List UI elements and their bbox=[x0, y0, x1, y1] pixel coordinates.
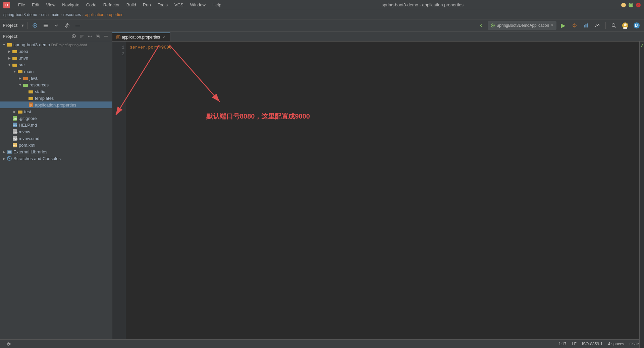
menu-view[interactable]: View bbox=[43, 2, 58, 8]
sidebar-sort-btn[interactable] bbox=[78, 33, 85, 40]
sidebar-minimize-btn[interactable] bbox=[103, 33, 109, 40]
breadcrumb-main[interactable]: main bbox=[51, 12, 59, 17]
collapse-all-btn[interactable] bbox=[52, 21, 61, 30]
tree-item-mvnwcmd[interactable]: mvnmvnw.cmd bbox=[0, 135, 112, 142]
tree-label-helpmd: HELP.md bbox=[19, 123, 37, 128]
menu-run[interactable]: Run bbox=[140, 2, 154, 8]
editor-content[interactable]: 1 2 server.port=9000 bbox=[112, 42, 644, 339]
project-dropdown-icon[interactable]: ▼ bbox=[21, 23, 24, 27]
svg-point-21 bbox=[624, 23, 627, 26]
cursor-position[interactable]: 1:17 bbox=[558, 342, 566, 346]
tree-arrow-scratches[interactable] bbox=[1, 156, 7, 161]
tree-item-src[interactable]: src bbox=[0, 61, 112, 68]
menu-vcs[interactable]: VCS bbox=[172, 2, 186, 8]
menu-edit[interactable]: Edit bbox=[29, 2, 42, 8]
minimize-button[interactable]: — bbox=[621, 3, 626, 7]
tree-item-extlibs[interactable]: External Libraries bbox=[0, 148, 112, 155]
maximize-button[interactable]: ❐ bbox=[629, 3, 633, 7]
menu-help[interactable]: Help bbox=[210, 2, 224, 8]
line-numbers: 1 2 bbox=[112, 42, 126, 339]
tree-item-mvn[interactable]: .mvn bbox=[0, 55, 112, 61]
back-btn[interactable] bbox=[476, 21, 486, 30]
tree-item-static[interactable]: static bbox=[0, 88, 112, 95]
tree-arrow-pomxml[interactable] bbox=[7, 142, 12, 148]
breadcrumb-src[interactable]: src bbox=[41, 12, 47, 17]
menu-build[interactable]: Build bbox=[124, 2, 139, 8]
tree-item-root[interactable]: spring-boot3-demo D:\Project\spring-boot bbox=[0, 41, 112, 48]
toolbar-sep2 bbox=[605, 22, 606, 29]
tree-arrow-resources[interactable] bbox=[17, 82, 23, 87]
expand-all-btn[interactable] bbox=[41, 21, 50, 30]
tree-item-java[interactable]: java bbox=[0, 75, 112, 81]
notifications-btn[interactable]: IJ bbox=[632, 21, 641, 30]
search-everywhere-btn[interactable] bbox=[609, 21, 619, 30]
tree-label-main: main bbox=[24, 69, 34, 74]
coverage-btn[interactable] bbox=[581, 21, 591, 30]
breadcrumb-file[interactable]: application.properties bbox=[85, 12, 123, 17]
svg-point-34 bbox=[96, 34, 100, 38]
tree-item-helpmd[interactable]: MDHELP.md bbox=[0, 122, 112, 128]
menu-refactor[interactable]: Refactor bbox=[101, 2, 122, 8]
sidebar-settings-btn[interactable] bbox=[95, 33, 101, 40]
tree-arrow-appprops[interactable] bbox=[23, 102, 28, 108]
close-button[interactable]: ✕ bbox=[636, 3, 641, 7]
sidebar-scope-btn[interactable] bbox=[70, 33, 77, 40]
git-branch-btn[interactable] bbox=[4, 339, 13, 348]
sidebar-options-btn[interactable] bbox=[87, 33, 93, 40]
tree-arrow-test[interactable] bbox=[12, 109, 17, 114]
tree-item-idea[interactable]: .idea bbox=[0, 48, 112, 55]
svg-point-30 bbox=[88, 36, 89, 37]
tree-arrow-gitignore[interactable] bbox=[7, 116, 12, 121]
breadcrumb-project[interactable]: spring-boot3-demo bbox=[3, 12, 37, 17]
tree-arrow-helpmd[interactable] bbox=[7, 122, 12, 128]
menu-file[interactable]: File bbox=[15, 2, 28, 8]
svg-point-14 bbox=[574, 26, 575, 26]
tree-item-gitignore[interactable]: .git.gitignore bbox=[0, 115, 112, 122]
menu-code[interactable]: Code bbox=[84, 2, 99, 8]
tree-arrow-static[interactable] bbox=[23, 89, 28, 94]
breadcrumb-resources[interactable]: resources bbox=[63, 12, 81, 17]
tree-arrow-mvnw[interactable] bbox=[7, 129, 12, 134]
tab-close-btn[interactable]: ✕ bbox=[161, 35, 166, 40]
close-panel-btn[interactable]: — bbox=[73, 21, 83, 30]
tree-label-test: test bbox=[24, 109, 31, 114]
tree-arrow-src[interactable] bbox=[7, 62, 12, 67]
tree-item-test[interactable]: test bbox=[0, 108, 112, 115]
svg-text:mvn: mvn bbox=[13, 131, 17, 133]
tree-arrow-mvn[interactable] bbox=[7, 55, 12, 61]
tree-item-scratches[interactable]: Scratches and Consoles bbox=[0, 155, 112, 162]
tree-arrow-main[interactable] bbox=[12, 69, 17, 74]
tree-icon-templates bbox=[28, 95, 34, 101]
tree-item-mvnw[interactable]: mvnmvnw bbox=[0, 128, 112, 135]
run-config-dropdown[interactable]: SpringBoot3DemoApplication ▼ bbox=[488, 21, 556, 30]
code-editor[interactable]: server.port=9000 bbox=[126, 42, 644, 339]
menu-window[interactable]: Window bbox=[187, 2, 208, 8]
tree-label-extlibs: External Libraries bbox=[13, 149, 47, 154]
tree-arrow-root[interactable] bbox=[1, 42, 7, 47]
project-label: Project bbox=[3, 23, 17, 28]
encoding[interactable]: ISO-8859-1 bbox=[582, 342, 603, 346]
menu-navigate[interactable]: Navigate bbox=[59, 2, 82, 8]
tree-arrow-idea[interactable] bbox=[7, 49, 12, 54]
tree-item-appprops[interactable]: application.properties bbox=[0, 101, 112, 108]
svg-rect-54 bbox=[29, 102, 33, 107]
avatar-btn[interactable] bbox=[621, 21, 630, 30]
tree-arrow-templates[interactable] bbox=[23, 95, 28, 101]
menu-tools[interactable]: Tools bbox=[155, 2, 170, 8]
tree-item-main[interactable]: main bbox=[0, 68, 112, 75]
profile-btn[interactable] bbox=[593, 21, 602, 30]
settings-btn[interactable] bbox=[62, 21, 72, 30]
tree-arrow-java[interactable] bbox=[17, 75, 23, 81]
indent-setting[interactable]: 4 spaces bbox=[608, 342, 624, 346]
debug-button[interactable] bbox=[570, 21, 579, 30]
tree-item-pomxml[interactable]: xmlpom.xml bbox=[0, 142, 112, 148]
run-button[interactable]: ▶ bbox=[558, 21, 568, 30]
tree-item-resources[interactable]: resources bbox=[0, 81, 112, 88]
line-number-2: 2 bbox=[114, 51, 124, 58]
line-ending[interactable]: LF bbox=[572, 342, 577, 346]
tree-arrow-extlibs[interactable] bbox=[1, 149, 7, 154]
tree-item-templates[interactable]: templates bbox=[0, 95, 112, 101]
tree-arrow-mvnwcmd[interactable] bbox=[7, 136, 12, 141]
tab-application-properties[interactable]: application.properties ✕ bbox=[112, 32, 170, 41]
new-scratch-btn[interactable] bbox=[30, 21, 40, 30]
